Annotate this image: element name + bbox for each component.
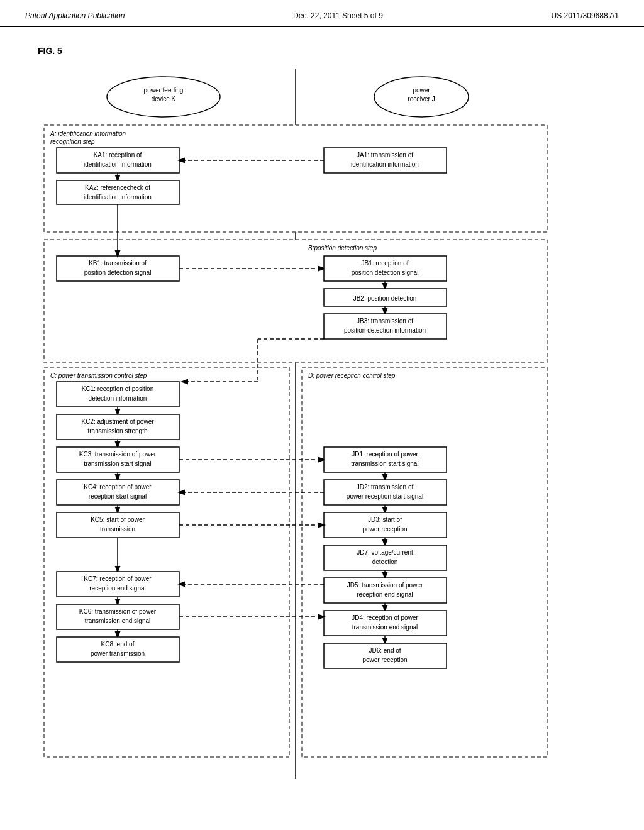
- svg-text:detection information: detection information: [89, 395, 147, 402]
- svg-text:identification information: identification information: [351, 161, 419, 168]
- svg-text:recognition step: recognition step: [50, 138, 95, 145]
- svg-text:KB1: transmission of: KB1: transmission of: [89, 260, 147, 267]
- svg-text:JD6: end of: JD6: end of: [369, 647, 401, 654]
- svg-text:KC1: reception of position: KC1: reception of position: [82, 385, 154, 392]
- svg-text:B:position detection step: B:position detection step: [308, 245, 377, 252]
- svg-text:identification information: identification information: [84, 194, 152, 201]
- svg-text:C: power transmission control : C: power transmission control step: [50, 372, 147, 379]
- svg-text:transmission start signal: transmission start signal: [84, 460, 151, 467]
- header-date-sheet: Dec. 22, 2011 Sheet 5 of 9: [293, 11, 383, 20]
- svg-text:reception end signal: reception end signal: [89, 585, 146, 592]
- svg-rect-7: [44, 125, 547, 232]
- svg-text:position detection signal: position detection signal: [352, 269, 419, 276]
- svg-text:JB2: position detection: JB2: position detection: [353, 295, 417, 302]
- svg-text:transmission end signal: transmission end signal: [352, 624, 418, 631]
- svg-text:D: power reception control ste: D: power reception control step: [308, 372, 396, 379]
- page-header: Patent Application Publication Dec. 22, …: [0, 0, 644, 27]
- svg-text:JD4: reception of power: JD4: reception of power: [352, 614, 418, 621]
- svg-text:JD1: reception of power: JD1: reception of power: [352, 451, 418, 458]
- svg-text:KA2: referencecheck of: KA2: referencecheck of: [85, 184, 150, 191]
- svg-text:KA1: reception of: KA1: reception of: [94, 152, 142, 158]
- svg-text:JB1: reception of: JB1: reception of: [361, 260, 408, 267]
- svg-text:KC8: end of: KC8: end of: [101, 641, 135, 648]
- svg-text:KC7: reception of power: KC7: reception of power: [84, 575, 152, 582]
- svg-text:A: identification information: A: identification information: [50, 130, 126, 137]
- svg-text:reception end signal: reception end signal: [357, 591, 413, 598]
- header-patent-number: US 2011/309688 A1: [552, 11, 619, 20]
- svg-text:KC3: transmission of power: KC3: transmission of power: [79, 451, 157, 458]
- svg-text:identification information: identification information: [84, 161, 152, 168]
- svg-text:position detection information: position detection information: [344, 327, 426, 334]
- svg-text:KC5: start of power: KC5: start of power: [91, 516, 145, 523]
- svg-text:JD7: voltage/current: JD7: voltage/current: [357, 549, 413, 556]
- svg-text:JD3: start of: JD3: start of: [368, 516, 402, 523]
- svg-text:KC4: reception of power: KC4: reception of power: [84, 484, 152, 490]
- svg-text:position detection signal: position detection signal: [84, 269, 152, 276]
- svg-text:detection: detection: [372, 558, 398, 565]
- svg-text:transmission start signal: transmission start signal: [351, 460, 418, 467]
- main-content: FIG. 5 power feeding device K power rece…: [0, 27, 644, 798]
- svg-text:KC2: adjustment of power: KC2: adjustment of power: [81, 418, 154, 425]
- svg-text:power: power: [413, 87, 430, 94]
- svg-text:JD5: transmission of power: JD5: transmission of power: [347, 582, 423, 589]
- header-publication: Patent Application Publication: [25, 11, 125, 20]
- flow-diagram: power feeding device K power receiver J …: [38, 69, 553, 779]
- svg-text:power reception: power reception: [362, 526, 407, 533]
- svg-text:power reception: power reception: [362, 656, 407, 663]
- svg-text:device K: device K: [152, 96, 176, 102]
- svg-text:power transmission: power transmission: [91, 650, 145, 657]
- svg-text:transmission end signal: transmission end signal: [85, 617, 151, 624]
- svg-text:power reception start signal: power reception start signal: [347, 493, 423, 500]
- svg-text:JA1: transmission of: JA1: transmission of: [357, 152, 413, 158]
- svg-text:receiver J: receiver J: [408, 96, 435, 102]
- svg-text:KC6: transmission of power: KC6: transmission of power: [79, 608, 157, 615]
- svg-text:reception start signal: reception start signal: [89, 493, 147, 500]
- svg-text:transmission: transmission: [100, 526, 135, 533]
- svg-text:transmission strength: transmission strength: [87, 428, 147, 434]
- svg-text:power feeding: power feeding: [144, 87, 184, 94]
- svg-text:JD2: transmission of: JD2: transmission of: [357, 484, 414, 490]
- figure-title: FIG. 5: [38, 46, 606, 56]
- svg-text:JB3: transmission of: JB3: transmission of: [357, 318, 413, 324]
